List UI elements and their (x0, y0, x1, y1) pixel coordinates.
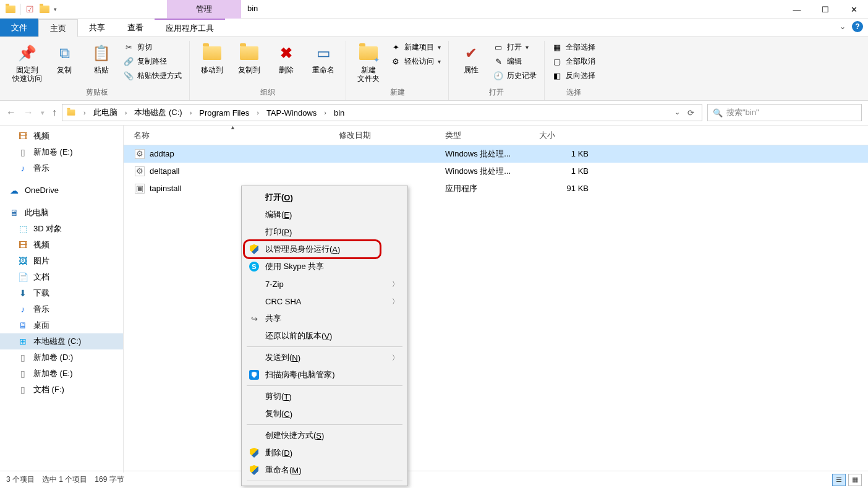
tab-app-tools[interactable]: 应用程序工具 (155, 19, 225, 36)
ctx-open[interactable]: 打开(O) (243, 189, 406, 206)
col-size[interactable]: 大小 (539, 126, 555, 145)
ctx-cut[interactable]: 剪切(T) (243, 388, 406, 405)
navigation-tree[interactable]: 🎞视频 ▯新加卷 (E:) ♪音乐 ☁OneDrive 🖥此电脑 ⬚3D 对象 … (0, 126, 124, 473)
crumb-tap-windows[interactable]: TAP-Windows (266, 108, 317, 118)
chevron-icon[interactable]: › (190, 109, 192, 116)
tree-item-docs-f[interactable]: ▯文档 (F:) (0, 382, 123, 398)
qat-dropdown-icon[interactable]: ▾ (54, 6, 57, 12)
forward-button[interactable]: → (23, 107, 33, 118)
file-row-deltapall[interactable]: ⚙deltapall Windows 批处理... 1 KB (124, 163, 868, 180)
open-button[interactable]: ▭打开▾ (491, 41, 539, 54)
title-bar: ☑ ▾ 管理 bin — ☐ ✕ (0, 0, 868, 19)
copy-to-button[interactable]: 复制到 (232, 41, 266, 77)
move-to-button[interactable]: 移动到 (195, 41, 229, 77)
ctx-copy[interactable]: 复制(C) (243, 405, 406, 422)
tree-item-music[interactable]: ♪音乐 (0, 160, 123, 176)
tree-item-newvol-e2[interactable]: ▯新加卷 (E:) (0, 366, 123, 382)
rename-button[interactable]: ▭重命名 (306, 41, 341, 77)
properties-button[interactable]: ✔属性 (454, 41, 488, 77)
refresh-icon[interactable]: ⟳ (687, 108, 694, 118)
select-all-button[interactable]: ▦全部选择 (550, 41, 598, 54)
paste-shortcut-button[interactable]: 📎粘贴快捷方式 (121, 69, 184, 82)
maximize-button[interactable]: ☐ (811, 0, 840, 19)
up-button[interactable]: ↑ (52, 107, 57, 118)
paste-button[interactable]: 📋 粘贴 (84, 41, 119, 77)
ctx-scan-virus[interactable]: 扫描病毒(电脑管家) (243, 366, 406, 383)
ctx-restore-versions[interactable]: 还原以前的版本(V) (243, 327, 406, 345)
address-dropdown-icon[interactable]: ⌄ (674, 108, 680, 118)
tree-item-downloads[interactable]: ⬇下载 (0, 285, 123, 301)
tree-item-newvol-d[interactable]: ▯新加卷 (D:) (0, 349, 123, 366)
crumb-pc[interactable]: 此电脑 (93, 107, 117, 118)
close-button[interactable]: ✕ (840, 0, 868, 19)
tree-item-drive-c[interactable]: ⊞本地磁盘 (C:) (0, 333, 123, 349)
ctx-share[interactable]: ↪共享 (243, 310, 406, 327)
history-button[interactable]: 🕘历史记录 (491, 69, 539, 82)
ctx-rename[interactable]: 重命名(M) (243, 461, 406, 479)
select-none-button[interactable]: ▢全部取消 (550, 55, 598, 68)
antivirus-icon (248, 369, 260, 381)
ctx-create-shortcut[interactable]: 创建快捷方式(S) (243, 427, 406, 444)
chevron-icon[interactable]: › (324, 109, 326, 116)
tree-item-video[interactable]: 🎞视频 (0, 128, 123, 144)
ctx-7zip[interactable]: 7-Zip〉 (243, 275, 406, 293)
ctx-print[interactable]: 打印(P) (243, 223, 406, 241)
file-row-addtap[interactable]: ⚙addtap Windows 批处理... 1 KB (124, 145, 868, 163)
search-box[interactable]: 🔍 搜索"bin" (707, 104, 862, 121)
new-item-button[interactable]: ✦新建项目▾ (388, 41, 443, 54)
col-date[interactable]: 修改日期 (339, 126, 371, 145)
edit-button[interactable]: ✎编辑 (491, 55, 539, 68)
copy-path-button[interactable]: 🔗复制路径 (121, 55, 184, 68)
pin-quick-access-button[interactable]: 📌 固定到 快速访问 (10, 41, 45, 86)
crumb-bin[interactable]: bin (334, 108, 344, 118)
chevron-icon[interactable]: › (83, 109, 86, 116)
tab-share[interactable]: 共享 (78, 19, 116, 36)
icons-view-button[interactable]: ▦ (848, 474, 862, 486)
cut-button[interactable]: ✂剪切 (121, 41, 184, 54)
ctx-delete[interactable]: 删除(D) (243, 444, 406, 461)
easy-access-button[interactable]: ⚙轻松访问▾ (388, 55, 443, 68)
folder-qat-icon[interactable] (39, 4, 50, 15)
tree-item-newvol-e[interactable]: ▯新加卷 (E:) (0, 144, 123, 160)
col-type[interactable]: 类型 (445, 126, 461, 145)
tree-item-desktop[interactable]: 🖥桌面 (0, 317, 123, 333)
tab-view[interactable]: 查看 (116, 19, 155, 36)
crumb-program-files[interactable]: Program Files (199, 108, 249, 118)
ctx-crc-sha[interactable]: CRC SHA〉 (243, 293, 406, 310)
collapse-ribbon-icon[interactable]: ⌄ (840, 22, 846, 31)
help-icon[interactable]: ? (852, 21, 863, 32)
ctx-edit[interactable]: 编辑(E) (243, 206, 406, 223)
address-box[interactable]: › 此电脑 › 本地磁盘 (C:) › Program Files › TAP-… (62, 104, 702, 121)
tree-item-video2[interactable]: 🎞视频 (0, 237, 123, 253)
tree-item-thispc[interactable]: 🖥此电脑 (0, 205, 123, 221)
drive-icon: ▯ (17, 384, 28, 395)
drive-icon: ▯ (17, 368, 28, 379)
download-icon: ⬇ (17, 288, 28, 299)
chevron-icon[interactable]: › (125, 109, 127, 116)
properties-qat-icon[interactable]: ☑ (24, 4, 35, 15)
crumb-drive[interactable]: 本地磁盘 (C:) (134, 107, 182, 118)
tree-item-music2[interactable]: ♪音乐 (0, 301, 123, 317)
tree-item-onedrive[interactable]: ☁OneDrive (0, 182, 123, 199)
tree-item-documents[interactable]: 📄文档 (0, 269, 123, 285)
ctx-skype-share[interactable]: S使用 Skype 共享 (243, 258, 406, 275)
details-view-button[interactable]: ☰ (832, 474, 846, 486)
batch-file-icon: ⚙ (135, 149, 145, 159)
status-bar: 3 个项目 选中 1 个项目 169 字节 ☰ ▦ (0, 471, 868, 488)
tab-home[interactable]: 主页 (38, 19, 78, 37)
chevron-icon[interactable]: › (257, 109, 259, 116)
ctx-run-as-admin[interactable]: 以管理员身份运行(A) (243, 241, 406, 258)
ctx-send-to[interactable]: 发送到(N)〉 (243, 349, 406, 366)
new-folder-button[interactable]: 新建 文件夹 (351, 41, 386, 86)
col-name[interactable]: 名称 (134, 126, 150, 145)
file-row-tapinstall[interactable]: ▣tapinstall 应用程序 91 KB (124, 180, 868, 197)
recent-dropdown[interactable]: ▾ (41, 109, 45, 117)
tree-item-pictures[interactable]: 🖼图片 (0, 253, 123, 269)
delete-button[interactable]: ✖删除 (269, 41, 304, 77)
tree-item-3dobjects[interactable]: ⬚3D 对象 (0, 221, 123, 237)
minimize-button[interactable]: — (783, 0, 811, 19)
invert-selection-button[interactable]: ◧反向选择 (550, 69, 598, 82)
tab-file[interactable]: 文件 (0, 19, 38, 36)
copy-button[interactable]: ⧉ 复制 (47, 41, 82, 77)
back-button[interactable]: ← (6, 107, 16, 118)
